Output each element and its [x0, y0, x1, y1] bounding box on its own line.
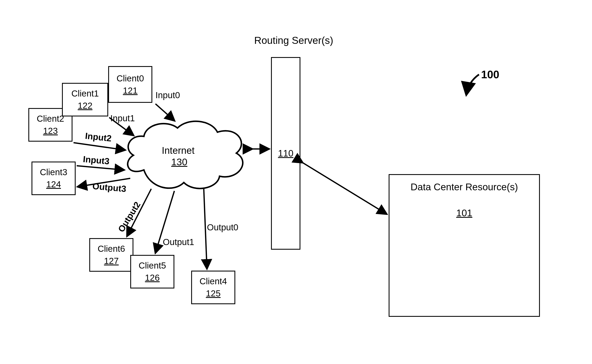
client2-name: Client2 — [37, 114, 64, 124]
datacenter-title: Data Center Resource(s) — [410, 181, 518, 193]
client3-name: Client3 — [40, 167, 67, 177]
client1-box: Client1 122 — [62, 83, 108, 117]
client6-name: Client6 — [98, 244, 125, 254]
routing-datacenter-arrow — [303, 162, 387, 214]
client1-ref: 122 — [78, 101, 92, 111]
output0-label: Output0 — [207, 222, 238, 233]
client5-ref: 126 — [145, 273, 160, 283]
input3-label: Input3 — [83, 154, 110, 167]
client4-ref: 125 — [206, 288, 221, 299]
client6-ref: 127 — [104, 256, 119, 266]
diagram-canvas: Routing Server(s) 110 Data Center Resour… — [0, 0, 592, 364]
client5-name: Client5 — [139, 260, 166, 271]
output2-label: Output2 — [116, 200, 142, 234]
input2-arrow — [74, 143, 125, 150]
routing-server-ref: 110 — [278, 148, 293, 159]
client2-ref: 123 — [43, 126, 58, 136]
client3-ref: 124 — [46, 179, 61, 189]
client0-ref: 121 — [123, 86, 138, 96]
internet-ref: 130 — [171, 156, 187, 168]
client4-name: Client4 — [200, 276, 227, 286]
client1-name: Client1 — [71, 89, 99, 99]
client5-box: Client5 126 — [130, 255, 174, 288]
figure-pointer-arrow — [466, 74, 479, 94]
datacenter-box: Data Center Resource(s) 101 — [389, 174, 540, 317]
input0-label: Input0 — [155, 90, 180, 100]
figure-number: 100 — [481, 68, 499, 81]
input2-label: Input2 — [85, 131, 112, 144]
routing-server-box: 110 — [271, 57, 300, 250]
client4-box: Client4 125 — [191, 271, 235, 304]
datacenter-ref: 101 — [456, 207, 472, 219]
output0-arrow — [204, 189, 207, 268]
client3-box: Client3 124 — [32, 162, 76, 195]
routing-server-title: Routing Server(s) — [254, 35, 333, 46]
client0-name: Client0 — [117, 73, 144, 84]
input3-arrow — [77, 166, 124, 170]
internet-title: Internet — [162, 145, 195, 156]
client6-box: Client6 127 — [89, 238, 133, 272]
output1-label: Output1 — [163, 237, 194, 247]
client0-box: Client0 121 — [108, 66, 152, 103]
input1-label: Input1 — [110, 113, 135, 123]
